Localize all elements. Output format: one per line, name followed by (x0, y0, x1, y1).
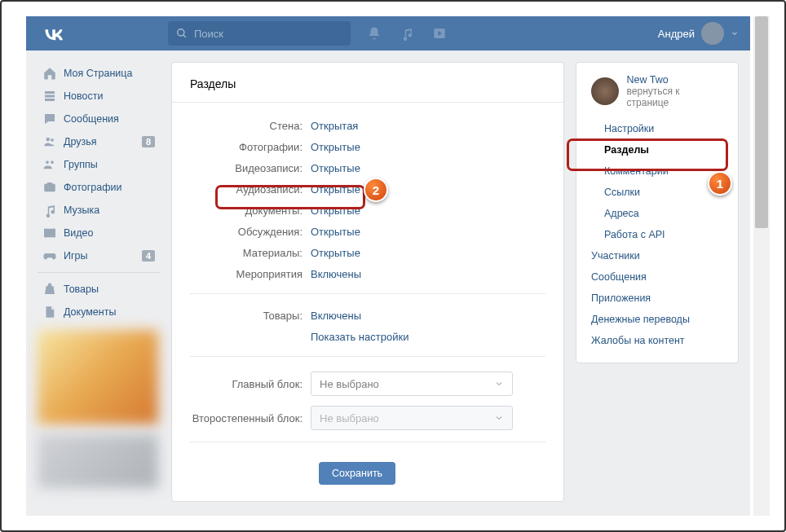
page-title: Разделы (172, 63, 563, 103)
top-header: Андрей (26, 16, 750, 51)
nav-game[interactable]: Игры4 (38, 244, 160, 267)
svg-point-9 (51, 160, 54, 164)
username: Андрей (658, 28, 695, 40)
photo-icon (42, 180, 57, 195)
save-button[interactable]: Сохранить (319, 462, 395, 485)
settings-link[interactable]: Участники (576, 245, 738, 266)
bell-icon[interactable] (367, 26, 382, 41)
row-label: Материалы: (190, 246, 311, 261)
back-link[interactable]: вернуться к странице (627, 86, 723, 108)
scrollbar[interactable] (753, 16, 770, 516)
row-label: Стена: (190, 119, 311, 134)
svg-point-7 (51, 138, 54, 142)
chevron-down-icon (494, 379, 504, 389)
msg-icon (42, 112, 57, 126)
vk-logo[interactable] (42, 22, 65, 45)
settings-link[interactable]: Работа с API (576, 224, 738, 245)
row-value[interactable]: Открытая (311, 119, 358, 134)
nav-video[interactable]: Видео (38, 222, 160, 244)
row-value[interactable]: Открытые (311, 182, 360, 197)
music-icon (42, 203, 57, 218)
row-label: Обсуждения: (190, 225, 311, 240)
nav-group[interactable]: Группы (38, 153, 160, 176)
search-input[interactable] (194, 28, 325, 40)
callout-2: 2 (364, 178, 388, 202)
svg-rect-3 (45, 91, 55, 94)
svg-rect-4 (45, 95, 55, 98)
ad-block (38, 434, 158, 488)
row-value[interactable]: Включены (311, 267, 361, 282)
callout-1: 1 (708, 171, 732, 196)
group-icon (42, 157, 57, 172)
svg-rect-14 (44, 229, 46, 238)
nav-feed[interactable]: Новости (38, 85, 160, 108)
main-panel: Разделы Стена:ОткрытаяФотографии:Открыты… (171, 62, 564, 502)
main-block-select[interactable]: Не выбрано (311, 372, 513, 396)
group-avatar[interactable] (591, 77, 619, 105)
chevron-down-icon (494, 413, 504, 423)
group-name[interactable]: New Two (627, 74, 723, 86)
svg-rect-12 (47, 182, 52, 184)
svg-point-0 (178, 29, 184, 36)
nav-msg[interactable]: Сообщения (38, 108, 160, 130)
game-icon (42, 248, 57, 263)
home-icon (42, 66, 57, 81)
nav-music[interactable]: Музыка (38, 199, 160, 222)
svg-line-1 (183, 35, 186, 37)
goods-value[interactable]: Включены (311, 309, 361, 323)
friends-icon (42, 134, 57, 149)
svg-point-6 (46, 138, 51, 142)
main-block-label: Главный блок: (190, 378, 311, 390)
svg-point-11 (48, 186, 52, 190)
nav-home[interactable]: Моя Страница (38, 62, 160, 85)
settings-link[interactable]: Настройки (576, 118, 738, 139)
avatar (701, 22, 724, 45)
svg-rect-5 (45, 99, 55, 101)
show-settings-link[interactable]: Показать настройки (311, 330, 408, 345)
row-value[interactable]: Открытые (311, 140, 360, 155)
row-value[interactable]: Открытые (311, 225, 360, 240)
row-value[interactable]: Открытые (311, 204, 360, 218)
row-label: Видеозаписи: (190, 161, 311, 176)
left-nav: Моя СтраницаНовостиСообщенияДрузья8Групп… (38, 62, 160, 502)
right-panel: New Two вернуться к странице НастройкиРа… (576, 62, 739, 363)
row-label: Документы: (190, 204, 311, 218)
music-icon[interactable] (400, 26, 414, 41)
svg-point-8 (46, 160, 49, 164)
secondary-block-select[interactable]: Не выбрано (311, 406, 513, 430)
bag-icon (42, 282, 57, 297)
chevron-down-icon (731, 29, 739, 37)
badge: 8 (142, 136, 155, 147)
settings-link[interactable]: Жалобы на контент (576, 330, 738, 351)
video-icon (42, 226, 57, 240)
goods-label: Товары: (190, 309, 311, 323)
settings-link[interactable]: Денежные переводы (576, 309, 738, 330)
feed-icon (42, 89, 57, 103)
nav-doc[interactable]: Документы (38, 301, 160, 323)
row-value[interactable]: Открытые (311, 161, 360, 176)
settings-link[interactable]: Приложения (576, 288, 738, 309)
nav-friends[interactable]: Друзья8 (38, 130, 160, 153)
play-icon[interactable] (432, 26, 447, 41)
doc-icon (42, 305, 57, 319)
settings-link[interactable]: Сообщения (576, 266, 738, 288)
row-label: Фотографии: (190, 140, 311, 155)
row-label: Мероприятия (190, 267, 311, 282)
ad-block (38, 330, 158, 424)
svg-rect-15 (53, 229, 55, 238)
row-label: Аудиозаписи: (190, 182, 311, 197)
nav-bag[interactable]: Товары (38, 278, 160, 301)
row-value[interactable]: Открытые (311, 246, 360, 261)
search-box[interactable] (168, 21, 351, 46)
search-icon (176, 28, 188, 39)
badge: 4 (142, 250, 155, 262)
settings-link[interactable]: Адреса (576, 203, 738, 224)
secondary-block-label: Второстепенный блок: (190, 412, 311, 424)
settings-link[interactable]: Разделы (576, 139, 738, 160)
user-menu[interactable]: Андрей (658, 22, 739, 45)
nav-photo[interactable]: Фотографии (38, 176, 160, 199)
